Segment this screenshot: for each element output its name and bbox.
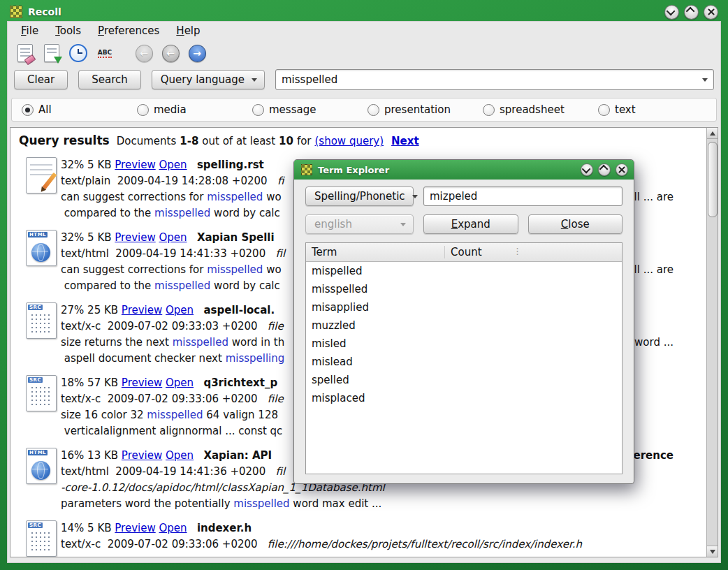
- prev-page-icon[interactable]: ←: [161, 43, 180, 63]
- results-header: Query results Documents 1-8 out of at le…: [17, 132, 707, 149]
- count-cell: [445, 298, 622, 316]
- dialog-close-button[interactable]: [616, 163, 628, 176]
- next-link[interactable]: Next: [391, 135, 419, 147]
- dialog-minimize-button[interactable]: [581, 163, 593, 176]
- result-title: Xapian Spelli: [197, 231, 275, 244]
- next-page-icon[interactable]: →: [187, 43, 207, 63]
- term-column-header[interactable]: Term: [306, 246, 445, 258]
- clear-search-icon[interactable]: [15, 43, 35, 63]
- menu-file[interactable]: File: [14, 22, 45, 39]
- term-row[interactable]: mispelled: [306, 262, 622, 280]
- text-segment: misspelled: [173, 336, 228, 349]
- text-segment: 27% 25 KB: [61, 304, 122, 316]
- radio-icon: [598, 104, 610, 116]
- term-row[interactable]: misspelled: [306, 280, 622, 298]
- search-button[interactable]: Search: [78, 70, 141, 89]
- expand-button[interactable]: Expand: [423, 214, 518, 234]
- language-select: english: [305, 214, 414, 234]
- arrow-down-icon: [710, 550, 715, 554]
- filter-message[interactable]: message: [252, 103, 367, 116]
- term-row[interactable]: mislead: [306, 353, 622, 371]
- recoll-window: Recoll FileToolsPreferencesHelp ABC←←→ C…: [0, 0, 728, 570]
- term-row[interactable]: misplaced: [306, 389, 622, 407]
- preview-link[interactable]: Preview: [115, 159, 155, 171]
- count-cell: [445, 335, 622, 353]
- preview-link[interactable]: Preview: [122, 377, 162, 389]
- dialog-close-action-button[interactable]: Close: [528, 214, 623, 234]
- open-link[interactable]: Open: [159, 159, 187, 171]
- preview-link[interactable]: Preview: [115, 231, 155, 244]
- doc-icon-source: SRC: [26, 302, 57, 339]
- term-mode-select[interactable]: Spelling/Phonetic: [305, 187, 414, 206]
- close-button[interactable]: [704, 5, 718, 20]
- query-input[interactable]: misspelled: [275, 69, 714, 90]
- count-cell: [445, 262, 622, 280]
- results-title: Query results: [19, 133, 110, 147]
- line-left: size 16 color 32 misspelled 64 valign 12…: [61, 409, 278, 421]
- count-column-header[interactable]: Count: [445, 246, 622, 258]
- menu-help[interactable]: Help: [169, 22, 207, 39]
- dialog-titlebar[interactable]: Term Explorer: [294, 160, 634, 180]
- doc-history-icon[interactable]: [42, 43, 61, 63]
- dialog-controls: [581, 163, 628, 176]
- open-link[interactable]: Open: [166, 304, 194, 316]
- term-row[interactable]: muzzled: [306, 316, 622, 335]
- term-row[interactable]: misapplied: [306, 298, 622, 316]
- results-scrollbar[interactable]: [706, 128, 718, 557]
- query-mode-select[interactable]: Query language: [152, 70, 265, 89]
- menu-preferences[interactable]: Preferences: [91, 22, 166, 39]
- dialog-body: Spelling/Phonetic mizpeled english Expan…: [294, 180, 634, 474]
- text-segment: text/html 2009-04-19 14:41:36 +0200: [61, 465, 276, 478]
- chevron-up-icon: [686, 6, 695, 15]
- recoll-app-icon: [301, 164, 312, 175]
- line-left: text/html 2009-04-19 14:41:36 +0200 fil: [61, 465, 285, 478]
- menu-tools[interactable]: Tools: [48, 22, 88, 39]
- clear-button[interactable]: Clear: [14, 70, 68, 89]
- filter-label: media: [154, 103, 187, 116]
- term-row[interactable]: spelled: [306, 371, 622, 389]
- scrollbar-thumb[interactable]: [708, 142, 718, 217]
- open-link[interactable]: Open: [159, 231, 187, 244]
- window-titlebar[interactable]: Recoll: [10, 3, 718, 21]
- filter-spreadsheet[interactable]: spreadsheet: [483, 103, 598, 116]
- doc-icon-html: HTML: [26, 230, 57, 266]
- open-link[interactable]: Open: [166, 377, 194, 389]
- line-left: text/x-c 2009-07-02 09:33:03 +0200 file: [61, 320, 284, 332]
- filter-presentation[interactable]: presentation: [367, 103, 483, 116]
- show-query-link[interactable]: (show query): [315, 135, 384, 147]
- radio-icon: [22, 104, 34, 116]
- preview-link[interactable]: Preview: [122, 449, 162, 462]
- text-segment: erence: [634, 449, 674, 462]
- term-row[interactable]: misled: [306, 335, 622, 353]
- filter-text[interactable]: text: [598, 103, 713, 116]
- term-search-input[interactable]: mizpeled: [423, 187, 623, 206]
- text-segment: verticalalignment alignnormal ... const …: [61, 425, 282, 437]
- filter-all[interactable]: All: [22, 103, 137, 116]
- result-title: indexer.h: [197, 522, 252, 534]
- spellcheck-icon[interactable]: ABC: [95, 43, 115, 63]
- text-segment: misspelling: [226, 352, 285, 365]
- filter-media[interactable]: media: [137, 103, 252, 116]
- globe-icon: [31, 243, 50, 262]
- line-left: can suggest corrections for misspelled w…: [61, 262, 282, 278]
- clock-history-icon[interactable]: [68, 43, 88, 63]
- preview-link[interactable]: Preview: [122, 304, 162, 316]
- scroll-up-button[interactable]: [707, 128, 718, 139]
- first-page-icon[interactable]: ←: [134, 43, 154, 63]
- minimize-button[interactable]: [664, 5, 679, 20]
- open-link[interactable]: Open: [166, 449, 194, 462]
- dialog-maximize-button[interactable]: [598, 163, 611, 176]
- result-icon-cell: SRC: [17, 302, 61, 367]
- scroll-down-button[interactable]: [707, 546, 718, 557]
- text-segment: [187, 522, 197, 534]
- result-line: text/x-c 2009-07-02 09:33:06 +0200 file:…: [61, 536, 700, 553]
- filter-label: text: [615, 103, 636, 116]
- text-segment: fil: [276, 465, 286, 478]
- dialog-title: Term Explorer: [318, 165, 389, 175]
- open-link[interactable]: Open: [159, 522, 187, 534]
- preview-link[interactable]: Preview: [115, 522, 155, 534]
- maximize-button[interactable]: [684, 5, 699, 20]
- punchcard-dots-icon: [30, 531, 51, 550]
- term-list: mispelledmisspelledmisappliedmuzzledmisl…: [306, 262, 622, 474]
- results-total: 10: [279, 135, 293, 147]
